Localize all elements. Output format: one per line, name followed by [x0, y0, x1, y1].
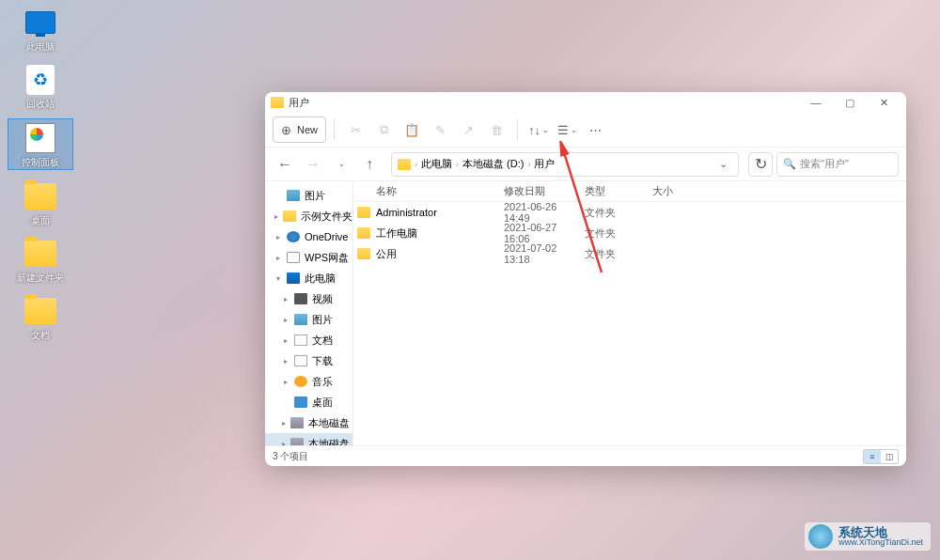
sidebar-item[interactable]: ▸WPS网盘	[265, 247, 352, 268]
sidebar-item[interactable]: ▸下载	[265, 350, 352, 371]
si-pic-icon	[294, 314, 307, 325]
folder-icon	[357, 248, 370, 259]
refresh-button[interactable]: ↻	[748, 152, 773, 177]
desktop-icon-control[interactable]: 控制面板	[8, 118, 73, 170]
sidebar-label: 示例文件夹	[301, 210, 352, 224]
sidebar-label: 图片	[305, 189, 325, 203]
breadcrumb-item[interactable]: 本地磁盘 (D:)	[462, 157, 524, 171]
col-name[interactable]: 名称	[353, 184, 504, 198]
sidebar-item[interactable]: ▸本地磁盘 (D:)	[265, 433, 352, 445]
col-size[interactable]: 大小	[652, 184, 701, 198]
si-video-icon	[294, 293, 307, 304]
si-wps-icon	[287, 252, 300, 263]
back-button[interactable]: ←	[273, 152, 297, 177]
rename-button[interactable]: ✎	[427, 117, 453, 143]
file-name: 公用	[376, 247, 504, 261]
desktop-icon-monitor[interactable]: 此电脑	[8, 4, 73, 54]
breadcrumb-item[interactable]: 用户	[534, 157, 555, 171]
control-icon	[24, 121, 57, 155]
more-button[interactable]: ⋯	[582, 117, 608, 143]
view-button[interactable]: ☰⌄	[554, 117, 580, 143]
si-drive-icon	[290, 417, 304, 428]
new-button[interactable]: ⊕ New	[273, 117, 326, 143]
si-drive-icon	[290, 438, 304, 445]
sidebar[interactable]: ▸图片▸示例文件夹▸OneDrive▸WPS网盘▾此电脑▸视频▸图片▸文档▸下载…	[265, 181, 353, 445]
sidebar-item[interactable]: ▸示例文件夹	[265, 206, 352, 226]
icon-label: 控制面板	[22, 157, 59, 167]
sidebar-label: 下载	[312, 354, 333, 368]
delete-button[interactable]: 🗑	[483, 117, 509, 143]
divider	[334, 119, 335, 140]
sidebar-item[interactable]: ▸图片	[265, 185, 352, 206]
expander-icon[interactable]: ▸	[282, 336, 290, 345]
folder-icon	[24, 237, 57, 271]
expander-icon[interactable]: ▸	[274, 233, 282, 241]
minimize-button[interactable]: —	[799, 92, 833, 113]
sidebar-item[interactable]: ▸音乐	[265, 371, 352, 392]
sidebar-item[interactable]: ▾此电脑	[265, 268, 352, 288]
file-row[interactable]: 公用2021-07-02 13:18文件夹	[353, 243, 906, 264]
sidebar-item[interactable]: ▸桌面	[265, 392, 352, 412]
file-name: Administrator	[376, 207, 504, 218]
si-desk-icon	[294, 397, 307, 408]
col-date[interactable]: 修改日期	[504, 184, 585, 198]
file-row[interactable]: 工作电脑2021-06-27 16:06文件夹	[353, 223, 906, 243]
sidebar-item[interactable]: ▸文档	[265, 330, 352, 350]
sidebar-item[interactable]: ▸本地磁盘 (C:)	[265, 412, 352, 433]
folder-icon	[357, 227, 370, 239]
si-cloud-icon	[287, 231, 300, 242]
file-type: 文件夹	[585, 226, 652, 241]
file-list[interactable]: Administrator2021-06-26 14:49文件夹工作电脑2021…	[353, 202, 906, 445]
icons-view-button[interactable]: ◫	[881, 450, 898, 463]
expander-icon[interactable]: ▸	[282, 316, 290, 324]
sidebar-label: OneDrive	[305, 231, 348, 242]
recent-dropdown[interactable]: ⌄	[329, 152, 353, 177]
folder-icon	[357, 207, 370, 218]
desktop-icon-folder[interactable]: 新建文件夹	[8, 235, 73, 285]
sidebar-label: 图片	[312, 313, 333, 327]
sidebar-label: 本地磁盘 (C:)	[308, 416, 353, 430]
new-label: New	[297, 124, 318, 135]
file-explorer-window: 用户 — ▢ ✕ ⊕ New ✂⧉📋✎↗🗑 ↑↓⌄ ☰⌄ ⋯ ← → ⌄ ↑ ›…	[265, 92, 906, 466]
sidebar-label: 本地磁盘 (D:)	[308, 437, 353, 446]
file-row[interactable]: Administrator2021-06-26 14:49文件夹	[353, 202, 906, 223]
sidebar-label: 视频	[312, 292, 333, 306]
desktop-icon-folder[interactable]: 文档	[8, 292, 73, 342]
file-type: 文件夹	[585, 247, 652, 261]
expander-icon[interactable]: ▸	[282, 419, 286, 428]
si-pc-icon	[287, 272, 300, 284]
sidebar-item[interactable]: ▸OneDrive	[265, 226, 352, 247]
desktop-icon-recycle[interactable]: ♻回收站	[8, 61, 73, 111]
sidebar-label: 文档	[312, 334, 333, 348]
titlebar[interactable]: 用户 — ▢ ✕	[265, 92, 906, 113]
sidebar-item[interactable]: ▸视频	[265, 288, 352, 309]
breadcrumb[interactable]: › 此电脑 › 本地磁盘 (D:) › 用户 ⌄	[391, 152, 739, 177]
expander-icon[interactable]: ▸	[274, 212, 278, 221]
navbar: ← → ⌄ ↑ › 此电脑 › 本地磁盘 (D:) › 用户 ⌄ ↻ 🔍 搜索"…	[265, 147, 906, 180]
expander-icon[interactable]: ▸	[282, 378, 290, 386]
share-button[interactable]: ↗	[455, 117, 481, 143]
up-button[interactable]: ↑	[357, 152, 382, 177]
copy-button[interactable]: ⧉	[370, 117, 397, 143]
column-headers[interactable]: 名称 修改日期 类型 大小	[353, 181, 906, 202]
si-folder-icon	[283, 210, 296, 222]
expander-icon[interactable]: ▸	[282, 295, 290, 303]
cut-button[interactable]: ✂	[342, 117, 368, 143]
expander-icon[interactable]: ▸	[282, 357, 290, 366]
breadcrumb-item[interactable]: 此电脑	[421, 157, 452, 171]
search-input[interactable]: 🔍 搜索"用户"	[776, 152, 899, 177]
details-view-button[interactable]: ≡	[864, 450, 881, 463]
forward-button[interactable]: →	[301, 152, 325, 177]
expander-icon[interactable]: ▾	[274, 274, 282, 283]
sidebar-label: WPS网盘	[305, 251, 349, 265]
expander-icon[interactable]: ▸	[274, 254, 282, 262]
close-button[interactable]: ✕	[867, 92, 901, 113]
maximize-button[interactable]: ▢	[833, 92, 867, 113]
search-icon: 🔍	[783, 158, 796, 170]
sort-button[interactable]: ↑↓⌄	[525, 117, 552, 143]
breadcrumb-dropdown[interactable]: ⌄	[713, 158, 732, 170]
col-type[interactable]: 类型	[585, 184, 652, 198]
paste-button[interactable]: 📋	[399, 117, 425, 143]
desktop-icon-folder[interactable]: 桌面	[8, 178, 73, 227]
sidebar-item[interactable]: ▸图片	[265, 309, 352, 330]
